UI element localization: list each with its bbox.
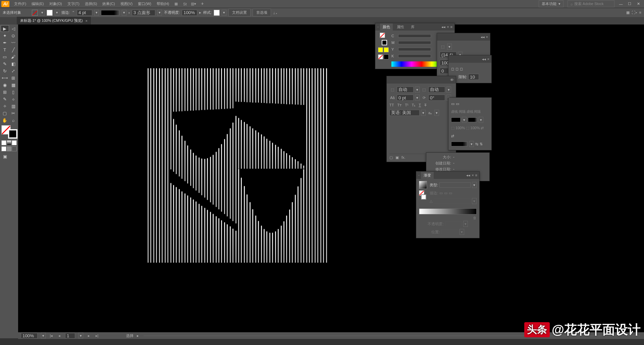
type-tool[interactable]: T [1, 46, 9, 53]
column-graph-tool[interactable]: ▥ [9, 103, 18, 109]
window-minimize[interactable]: — [616, 1, 625, 7]
prof-dd[interactable]: ▾ [469, 141, 474, 147]
menu-object[interactable]: 对象(O) [47, 0, 65, 7]
gradient-ramp[interactable] [419, 208, 477, 214]
go-dd[interactable]: ▾ [463, 221, 468, 227]
align-center-icon[interactable]: ◻ [455, 67, 459, 71]
scale-tool[interactable]: ⤢ [9, 67, 18, 74]
superscript[interactable]: T¹ [405, 103, 408, 107]
language-select[interactable] [389, 110, 420, 116]
align-icon[interactable]: ≡ [639, 10, 641, 15]
grad-stroke-3[interactable]: ▭ [449, 191, 452, 195]
artboard-dd[interactable]: ▾ [78, 333, 83, 339]
pen-tool[interactable]: ✒ [1, 39, 9, 46]
gradient-fill-stroke[interactable] [419, 190, 426, 200]
last-color-1[interactable] [378, 47, 383, 52]
blend-tool[interactable]: ⟐ [9, 96, 18, 102]
mask-icon[interactable]: ▣ [395, 155, 399, 160]
stroke-color[interactable] [8, 129, 17, 139]
clip-icon[interactable]: ▢ [389, 155, 393, 160]
y-slider[interactable] [398, 48, 431, 51]
curvature-tool[interactable]: 〰 [9, 39, 18, 46]
kerning-input[interactable] [397, 87, 414, 93]
libraries-tab[interactable]: 库 [408, 23, 417, 31]
artboard-number[interactable] [65, 333, 75, 339]
grad-opacity-input[interactable] [445, 221, 462, 226]
stroke-weight-dd[interactable]: ▾ [94, 10, 99, 16]
tracking-input-2[interactable] [428, 87, 445, 93]
dash-icon-2[interactable]: ▭ [456, 102, 459, 106]
mesh-tool[interactable]: ⊞ [1, 89, 9, 95]
small-caps[interactable]: Tᴛ [397, 103, 401, 107]
close-icon[interactable]: × [472, 173, 474, 178]
m-slider[interactable] [398, 41, 431, 44]
font-size-dd[interactable]: ▾ [447, 44, 452, 50]
artboard-tool[interactable]: ▢ [1, 110, 9, 116]
collapse-icon[interactable]: ◂◂ [441, 25, 445, 29]
stock-icon[interactable]: St [181, 1, 188, 7]
last-color-2[interactable] [384, 47, 389, 52]
color-mode[interactable] [1, 140, 6, 145]
stroke-weight-input[interactable] [77, 10, 92, 16]
draw-normal[interactable] [1, 146, 6, 151]
slice-tool[interactable]: ✂ [9, 110, 18, 116]
brush-dd[interactable]: ▾ [157, 10, 162, 16]
menu-select[interactable]: 选择(S) [82, 0, 100, 7]
zoom-tool[interactable]: ⌕ [9, 117, 18, 124]
free-transform-tool[interactable]: ⊞ [9, 75, 18, 81]
arrow-start[interactable] [451, 117, 461, 122]
gpu-icon[interactable]: ✈ [199, 1, 206, 7]
prev-artboard[interactable]: ◂ [57, 334, 62, 338]
underline[interactable]: T [419, 103, 421, 107]
menu-effect[interactable]: 效果(C) [100, 0, 117, 7]
subscript[interactable]: T₁ [412, 103, 416, 107]
gradient-tab[interactable]: 渐变 [421, 172, 434, 179]
grad-stroke-1[interactable]: ▭ [439, 191, 443, 195]
lang-dd[interactable]: ▾ [421, 110, 426, 116]
profile-preview[interactable] [451, 142, 468, 146]
aa-dd[interactable]: ▾ [434, 110, 439, 116]
ae-dd[interactable]: ▾ [479, 117, 483, 123]
color-tab[interactable]: 颜色 [380, 23, 393, 31]
menu-view[interactable]: 视图(V) [118, 0, 136, 7]
flip-h-icon[interactable]: ⇆ [475, 142, 478, 146]
tab-close-icon[interactable]: × [86, 19, 88, 23]
swatch-black[interactable] [384, 54, 389, 59]
zoom-dd[interactable]: ▾ [41, 333, 46, 339]
width-tool[interactable]: ⟷ [1, 75, 9, 81]
dash-icon[interactable]: ▭ [451, 102, 454, 106]
fill-swatch[interactable] [32, 10, 38, 16]
menu-window[interactable]: 窗口(W) [135, 0, 154, 7]
all-caps[interactable]: TT [389, 103, 394, 107]
status-arrow[interactable]: ▸ [137, 334, 139, 338]
bs-dd[interactable]: ▾ [415, 95, 420, 101]
angle-input[interactable] [434, 198, 471, 204]
flip-v-icon[interactable]: ⇅ [480, 142, 483, 146]
align-left-icon[interactable]: ◻ [451, 67, 454, 71]
arrow-end[interactable] [468, 117, 477, 122]
c-slider[interactable] [398, 34, 431, 38]
draw-inside[interactable] [12, 146, 17, 151]
zoom-input[interactable] [21, 333, 38, 339]
document-setup-button[interactable]: 文档设置 [228, 9, 251, 16]
fill-stroke-control[interactable] [1, 125, 17, 139]
eraser-tool[interactable]: ◧ [9, 60, 18, 67]
eyedropper-tool[interactable]: ✎ [1, 96, 9, 102]
bridge-icon[interactable]: ▦ [173, 1, 179, 7]
baseline-shift-input[interactable] [397, 95, 414, 101]
as-dd[interactable]: ▾ [462, 117, 467, 123]
perspective-icon[interactable]: ⛶▾ [632, 10, 637, 15]
paintbrush-tool[interactable]: 🖌 [9, 53, 18, 60]
profile-dd[interactable]: ▾ [122, 10, 126, 16]
perspective-grid-tool[interactable]: ▦ [9, 82, 18, 88]
k-slider[interactable] [398, 54, 431, 58]
menu-type[interactable]: 文字(T) [65, 0, 82, 7]
align-flyout-icon[interactable]: ⟂▾ [273, 11, 278, 15]
hand-tool[interactable]: ✋ [1, 117, 9, 124]
stroke-dropdown[interactable]: ▾ [55, 10, 59, 16]
preferences-button[interactable]: 首选项 [253, 9, 271, 16]
gradient-thumbnail[interactable] [419, 181, 427, 189]
attributes-tab[interactable]: 属性 [394, 23, 407, 31]
selection-tool[interactable]: ▶ [1, 25, 9, 32]
brush-input[interactable] [132, 10, 155, 16]
